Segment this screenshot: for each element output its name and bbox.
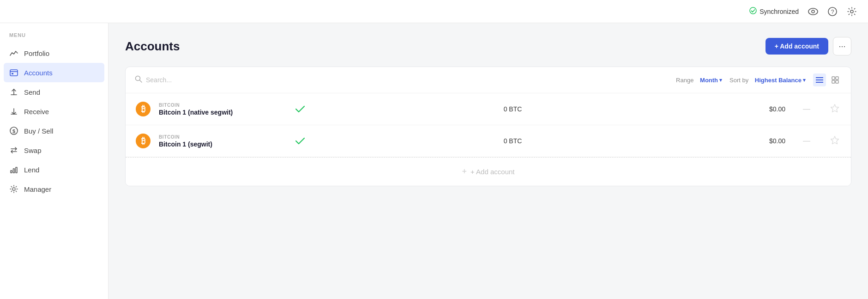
sidebar-label-send: Send [24,88,40,96]
account-name: Bitcoin 1 (native segwit) [159,109,279,116]
account-dash-2: — [793,137,820,145]
svg-rect-16 [16,167,17,173]
account-dash: — [793,105,820,113]
sidebar-menu-label: MENU [0,32,108,43]
view-toggle [813,73,842,86]
sidebar-item-accounts[interactable]: Accounts [4,63,104,82]
sync-check-icon [749,7,757,16]
sortby-label: Sort by Highest Balance ▾ [729,77,806,84]
sidebar-label-portfolio: Portfolio [24,49,49,57]
account-row[interactable]: ₿ BITCOIN Bitcoin 1 (native segwit) 0 BT… [126,93,851,125]
search-icon [135,75,142,85]
account-balance-usd: $0.00 [711,105,785,113]
topbar: Synchronized ? [0,0,868,23]
account-name-2: Bitcoin 1 (segwit) [159,140,279,148]
sidebar-item-manager[interactable]: Manager [0,179,108,199]
sidebar-item-receive[interactable]: Receive [0,102,108,121]
account-type-label-2: BITCOIN [159,134,279,140]
svg-text:₿: ₿ [141,104,145,114]
account-balance-btc-2: 0 BTC [321,137,704,145]
svg-rect-6 [10,70,18,76]
accounts-panel: Range Month ▾ Sort by Highest Balance ▾ [125,67,851,186]
svg-rect-26 [836,80,838,83]
page-title: Accounts [125,39,180,54]
buy-sell-icon: $ [9,126,18,135]
main-layout: MENU Portfolio Accounts [0,23,868,299]
receive-icon [9,107,18,116]
portfolio-icon [9,49,18,58]
sidebar-item-portfolio[interactable]: Portfolio [0,43,108,63]
range-chevron-icon: ▾ [719,77,722,83]
search-wrapper [135,75,676,85]
svg-line-19 [140,80,142,83]
sidebar-item-buy-sell[interactable]: $ Buy / Sell [0,121,108,140]
add-account-inline-label: + Add account [470,168,515,176]
list-view-button[interactable] [813,73,826,86]
sidebar: MENU Portfolio Accounts [0,23,108,299]
svg-rect-25 [832,80,835,83]
sync-label: Synchronized [760,8,799,15]
svg-point-0 [750,7,756,14]
eye-icon[interactable] [808,6,818,17]
swap-icon [9,146,18,155]
svg-point-2 [812,10,814,13]
svg-rect-15 [13,169,15,173]
sync-status: Synchronized [749,7,799,16]
search-input[interactable] [146,76,284,84]
svg-text:$: $ [12,128,15,134]
sidebar-label-lend: Lend [24,166,39,174]
sidebar-item-send[interactable]: Send [0,82,108,102]
add-account-button[interactable]: + Add account [766,38,828,55]
account-info-2: BITCOIN Bitcoin 1 (segwit) [159,134,279,148]
svg-rect-24 [836,77,838,79]
filters-right: Range Month ▾ Sort by Highest Balance ▾ [676,73,842,86]
account-synced-icon-2 [286,137,314,145]
svg-text:₿: ₿ [141,136,145,146]
bitcoin-icon-wrap-2: ₿ [135,133,151,149]
search-filters-bar: Range Month ▾ Sort by Highest Balance ▾ [126,67,851,93]
content-header: Accounts + Add account ··· [125,37,851,55]
content-area: Accounts + Add account ··· [108,23,868,299]
more-icon: ··· [838,42,845,51]
range-filter-button[interactable]: Month ▾ [700,77,722,84]
svg-text:?: ? [831,9,834,15]
settings-icon[interactable] [847,6,857,17]
account-balance-btc: 0 BTC [321,105,704,113]
account-info: BITCOIN Bitcoin 1 (native segwit) [159,103,279,116]
manager-icon [9,184,18,194]
add-account-plus-icon: + [462,167,467,177]
sidebar-item-swap[interactable]: Swap [0,140,108,160]
sidebar-label-manager: Manager [24,185,51,193]
bitcoin-icon-wrap: ₿ [135,101,151,117]
svg-marker-32 [831,136,839,144]
sidebar-label-receive: Receive [24,108,49,116]
send-icon [9,87,18,97]
svg-marker-29 [831,104,839,112]
account-favorite-button[interactable] [828,104,842,115]
more-options-button[interactable]: ··· [833,37,851,55]
account-type-label: BITCOIN [159,103,279,108]
account-balance-usd-2: $0.00 [711,137,785,145]
help-icon[interactable]: ? [827,6,838,17]
svg-rect-7 [12,73,13,74]
account-favorite-button-2[interactable] [828,136,842,146]
svg-rect-14 [11,171,12,173]
add-account-inline-button[interactable]: + + Add account [126,157,851,186]
sidebar-item-lend[interactable]: Lend [0,160,108,179]
svg-point-5 [850,10,853,13]
sidebar-label-swap: Swap [24,146,42,154]
sidebar-label-accounts: Accounts [24,69,53,77]
sortby-filter-button[interactable]: Highest Balance ▾ [755,77,806,84]
sidebar-label-buy-sell: Buy / Sell [24,127,53,135]
accounts-icon [9,68,18,77]
account-row[interactable]: ₿ BITCOIN Bitcoin 1 (segwit) 0 BTC $0.00… [126,125,851,157]
lend-icon [9,165,18,174]
sortby-chevron-icon: ▾ [803,77,806,83]
account-synced-icon [286,105,314,113]
svg-rect-23 [832,77,835,79]
grid-view-button[interactable] [829,73,842,86]
range-label: Range Month ▾ [676,77,722,84]
svg-point-1 [808,8,818,15]
header-actions: + Add account ··· [766,37,851,55]
